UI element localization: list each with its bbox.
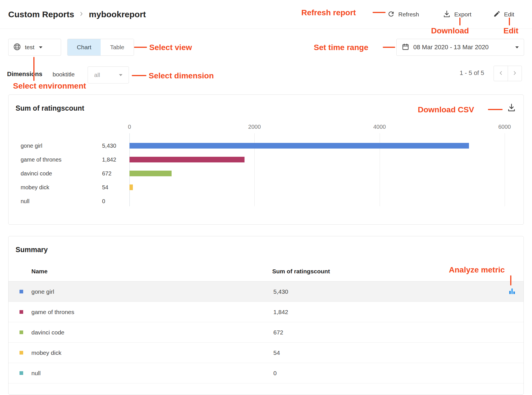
chart-value-label: 1,842 — [102, 156, 116, 163]
chart-category-label: game of thrones — [21, 156, 62, 163]
chart-value-label: 5,430 — [102, 143, 116, 149]
annotation-line — [509, 18, 510, 25]
annotation-line — [134, 47, 147, 48]
tab-chart[interactable]: Chart — [68, 39, 101, 55]
summary-row-value: 0 — [273, 370, 277, 377]
chevron-down-icon — [39, 46, 42, 48]
chevron-right-icon — [512, 70, 518, 77]
edit-label: Edit — [504, 11, 514, 18]
summary-row-name: null — [31, 370, 41, 377]
analyze-metric-icon[interactable] — [508, 287, 516, 296]
download-csv-button[interactable] — [507, 103, 516, 113]
chart-category-label: mobey dick — [21, 184, 49, 191]
series-color-swatch — [20, 290, 23, 293]
export-button[interactable]: Export — [443, 0, 472, 29]
chevron-down-icon — [515, 46, 519, 48]
annotation-download-csv: Download CSV — [418, 105, 474, 114]
pagination-next-button[interactable] — [508, 66, 522, 81]
chart-bar[interactable] — [129, 184, 133, 190]
annotation-download: Download — [431, 26, 469, 35]
summary-row-name: davinci code — [31, 329, 64, 336]
chart-bar[interactable] — [129, 171, 172, 176]
pagination-label: 1 - 5 of 5 — [460, 69, 484, 77]
chart-title: Sum of ratingscount — [16, 104, 84, 112]
summary-table-body: gone girl5,430game of thrones1,842davinc… — [8, 282, 524, 383]
summary-row-name: mobey dick — [31, 349, 61, 356]
dimensions-label: Dimensions — [7, 70, 42, 78]
pagination-controls — [494, 66, 522, 81]
breadcrumb-current: mybookreport — [89, 10, 146, 19]
series-color-swatch — [20, 371, 23, 375]
chevron-right-icon — [79, 11, 84, 18]
chart-row: null0 — [8, 198, 524, 205]
chart-value-label: 54 — [102, 184, 108, 191]
export-label: Export — [454, 11, 472, 18]
dimension-filter-value: all — [94, 72, 100, 78]
chart-axis-tick-label: 4000 — [373, 124, 386, 130]
summary-row-name: gone girl — [31, 288, 54, 295]
summary-title: Summary — [16, 246, 48, 254]
chart-row: gone girl5,430 — [8, 142, 524, 149]
summary-row-value: 672 — [273, 329, 283, 336]
summary-card: Summary Name Sum of ratingscount gone gi… — [8, 236, 524, 395]
calendar-icon — [402, 43, 409, 52]
refresh-icon — [387, 10, 395, 19]
summary-row[interactable]: mobey dick54 — [8, 343, 524, 363]
chart-row: mobey dick54 — [8, 184, 524, 191]
chart-value-label: 672 — [102, 170, 111, 177]
annotation-set-time-range: Set time range — [314, 43, 368, 52]
environment-value: test — [25, 44, 34, 51]
chart-bar[interactable] — [129, 143, 469, 149]
breadcrumb-parent[interactable]: Custom Reports — [8, 10, 74, 19]
summary-table-header: Name Sum of ratingscount — [8, 261, 524, 282]
annotation-edit: Edit — [503, 26, 518, 35]
chart-category-label: davinci code — [21, 170, 52, 177]
chart-axis-tick-label: 6000 — [498, 124, 511, 130]
dimension-filter-select[interactable]: all — [88, 66, 129, 83]
chevron-left-icon — [498, 70, 504, 77]
series-color-swatch — [20, 351, 23, 355]
annotation-line — [132, 75, 146, 76]
chart-row: game of thrones1,842 — [8, 156, 524, 163]
summary-row[interactable]: null0 — [8, 363, 524, 383]
pagination-prev-button[interactable] — [494, 66, 508, 81]
column-header-value: Sum of ratingscount — [272, 268, 330, 275]
annotation-select-view: Select view — [149, 43, 192, 52]
summary-row[interactable]: davinci code672 — [8, 322, 524, 343]
annotation-line — [33, 57, 34, 81]
date-range-picker[interactable]: 08 Mar 2020 - 13 Mar 2020 — [396, 39, 524, 56]
annotation-select-environment: Select environment — [13, 81, 86, 91]
environment-select[interactable]: test — [8, 39, 61, 56]
refresh-button[interactable]: Refresh — [387, 0, 419, 29]
column-header-name: Name — [31, 268, 47, 275]
chevron-down-icon — [119, 74, 122, 76]
chart-bar[interactable] — [129, 157, 245, 162]
annotation-line — [488, 109, 503, 110]
annotation-line — [459, 18, 460, 25]
annotation-line — [383, 47, 395, 48]
dimension-name: booktitle — [53, 71, 75, 78]
tab-table[interactable]: Table — [101, 39, 134, 55]
summary-row[interactable]: gone girl5,430 — [8, 282, 524, 302]
annotation-line — [373, 12, 386, 13]
summary-row[interactable]: game of thrones1,842 — [8, 302, 524, 322]
chart-category-label: null — [21, 198, 29, 205]
chart-category-label: gone girl — [21, 143, 42, 149]
pencil-icon — [493, 10, 501, 19]
summary-row-name: game of thrones — [31, 309, 74, 315]
refresh-label: Refresh — [398, 11, 419, 18]
download-icon — [443, 10, 451, 19]
series-color-swatch — [20, 330, 23, 334]
annotation-select-dimension: Select dimension — [149, 71, 214, 80]
chart-axis-tick-label: 2000 — [248, 124, 261, 130]
series-color-swatch — [20, 310, 23, 314]
chart-row: davinci code672 — [8, 170, 524, 177]
annotation-analyze-metric: Analyze metric — [449, 265, 505, 274]
chart-value-label: 0 — [102, 198, 105, 205]
chart-axis-tick-label: 0 — [128, 124, 131, 130]
summary-row-value: 54 — [273, 349, 280, 356]
globe-icon — [13, 43, 21, 52]
custom-report-page: Custom Reports mybookreport Refresh Expo… — [0, 0, 532, 395]
edit-button[interactable]: Edit — [493, 0, 514, 29]
summary-row-value: 5,430 — [273, 288, 288, 295]
